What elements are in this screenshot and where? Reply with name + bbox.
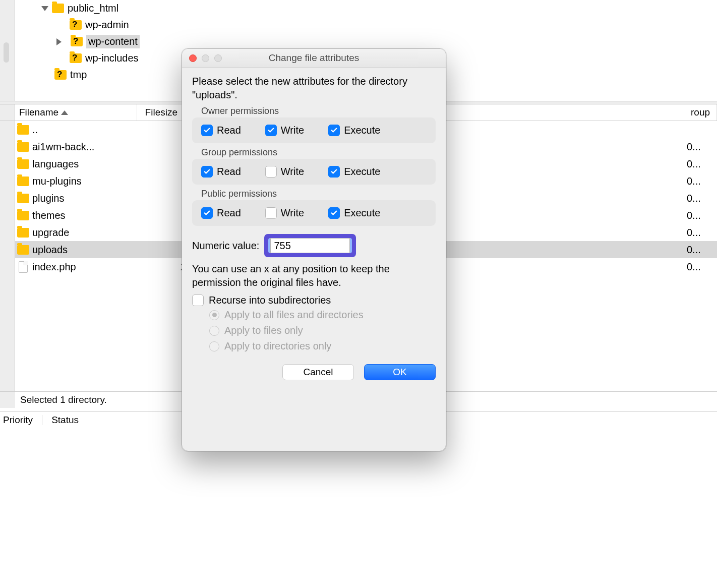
radio-label: Apply to all files and directories (224, 309, 364, 321)
folder-icon (17, 245, 29, 255)
public-read-checkbox[interactable]: Read (201, 207, 241, 219)
tree-label: wp-includes (85, 52, 139, 64)
tree-item-wp-content[interactable]: wp-content (23, 33, 194, 50)
tree-label: public_html (68, 3, 118, 14)
folder-icon (17, 211, 29, 220)
header-filesize[interactable]: Filesize (137, 104, 182, 121)
radio-icon (209, 326, 219, 336)
radio-icon (209, 310, 219, 320)
file-name: .. (31, 124, 151, 136)
file-name: ai1wm-back... (31, 141, 151, 153)
checkbox-label: Read (217, 125, 241, 136)
owner-read-checkbox[interactable]: Read (201, 125, 241, 136)
owner-permissions-label: Owner permissions (201, 106, 436, 116)
public-permissions-label: Public permissions (201, 189, 436, 199)
file-group: 0... (687, 210, 717, 221)
tree-label: wp-admin (85, 19, 129, 31)
sort-asc-icon (61, 110, 68, 115)
file-group: 0... (687, 193, 717, 204)
pane-handle[interactable] (4, 42, 9, 63)
file-group: 0... (687, 158, 717, 170)
header-filename[interactable]: Filename (15, 104, 137, 121)
file-name: plugins (31, 193, 151, 204)
chevron-down-icon[interactable] (41, 6, 48, 11)
checkbox-label: Recurse into subdirectories (209, 295, 331, 306)
public-permissions: Read Write Execute (192, 200, 436, 226)
change-attributes-dialog: Change file attributes Please select the… (182, 48, 446, 451)
folder-unknown-icon (71, 37, 83, 46)
folder-unknown-icon (70, 53, 82, 63)
file-group: 0... (687, 244, 717, 256)
bottom-priority[interactable]: Priority (3, 415, 33, 426)
file-name: themes (31, 210, 151, 221)
folder-tree: public_html wp-admin wp-content wp-inclu… (23, 0, 194, 83)
folder-icon (17, 125, 29, 135)
tree-item-wp-includes[interactable]: wp-includes (23, 50, 194, 67)
dialog-intro: Please select the new attributes for the… (192, 75, 436, 102)
file-group: 0... (687, 141, 717, 153)
owner-execute-checkbox[interactable]: Execute (328, 125, 380, 136)
folder-icon (17, 228, 29, 238)
bottom-status[interactable]: Status (51, 415, 79, 426)
apply-dirs-radio: Apply to directories only (209, 340, 436, 352)
group-permissions-label: Group permissions (201, 147, 436, 158)
checkbox-label: Write (281, 166, 304, 178)
recurse-checkbox[interactable]: Recurse into subdirectories (192, 295, 436, 306)
numeric-value-label: Numeric value: (192, 240, 259, 252)
radio-label: Apply to directories only (224, 340, 331, 352)
tree-item-tmp[interactable]: tmp (23, 67, 194, 83)
checkbox-label: Execute (344, 166, 380, 178)
file-name: uploads (31, 244, 151, 256)
tree-label: tmp (70, 69, 87, 81)
group-read-checkbox[interactable]: Read (201, 166, 241, 178)
owner-write-checkbox[interactable]: Write (265, 125, 304, 136)
tree-label: wp-content (86, 35, 140, 48)
folder-icon (17, 177, 29, 186)
file-name: index.php (31, 261, 151, 273)
folder-unknown-icon (70, 20, 82, 30)
file-group: 0... (687, 175, 717, 187)
dialog-titlebar[interactable]: Change file attributes (182, 49, 446, 68)
file-name: languages (31, 158, 151, 170)
group-permissions: Read Write Execute (192, 159, 436, 185)
checkbox-label: Read (217, 166, 241, 178)
ok-button[interactable]: OK (364, 364, 436, 380)
folder-icon (52, 4, 64, 13)
radio-label: Apply to files only (224, 325, 303, 336)
file-group: 0... (687, 261, 717, 273)
public-execute-checkbox[interactable]: Execute (328, 207, 380, 219)
folder-icon (17, 142, 29, 152)
checkbox-label: Read (217, 207, 241, 219)
folder-unknown-icon (54, 70, 67, 80)
numeric-value-input[interactable] (270, 238, 350, 253)
group-write-checkbox[interactable]: Write (265, 166, 304, 178)
public-write-checkbox[interactable]: Write (265, 207, 304, 219)
header-label: Filename (19, 107, 58, 118)
checkbox-label: Execute (344, 207, 380, 219)
checkbox-label: Write (281, 207, 304, 219)
file-icon (19, 261, 28, 273)
chevron-right-icon[interactable] (56, 38, 62, 45)
cancel-button[interactable]: Cancel (282, 364, 354, 380)
dialog-title: Change file attributes (182, 52, 446, 64)
tree-item-public-html[interactable]: public_html (23, 0, 194, 17)
folder-icon (17, 194, 29, 203)
checkbox-label: Execute (344, 125, 380, 136)
owner-permissions: Read Write Execute (192, 117, 436, 143)
folder-icon (17, 159, 29, 169)
tree-item-wp-admin[interactable]: wp-admin (23, 17, 194, 33)
file-name: upgrade (31, 227, 151, 239)
header-group[interactable]: roup (687, 104, 717, 121)
file-name: mu-plugins (31, 175, 151, 187)
group-execute-checkbox[interactable]: Execute (328, 166, 380, 178)
hint-text: You can use an x at any position to keep… (192, 262, 436, 289)
checkbox-label: Write (281, 125, 304, 136)
apply-files-radio: Apply to files only (209, 325, 436, 336)
apply-all-radio: Apply to all files and directories (209, 309, 436, 321)
file-group: 0... (687, 227, 717, 239)
radio-icon (209, 341, 219, 351)
